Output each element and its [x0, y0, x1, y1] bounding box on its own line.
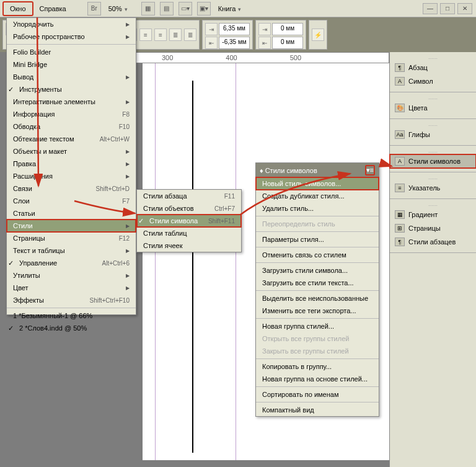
- menu-item[interactable]: СлоиF7: [7, 195, 136, 207]
- menu-item[interactable]: Стили ячеек: [137, 239, 241, 252]
- panel-grip[interactable]: ┄┄┄: [390, 123, 476, 128]
- menu-item[interactable]: Отменить связь со стилем: [256, 249, 379, 261]
- indent-right-input[interactable]: 0 мм: [272, 37, 303, 49]
- panel-tab[interactable]: AСтили символов: [390, 154, 476, 168]
- lightning-icon[interactable]: ⚡: [312, 29, 324, 41]
- menu-item[interactable]: Рабочее пространство▶: [7, 30, 136, 43]
- panel-tab[interactable]: ¶Стили абзацев: [390, 235, 476, 249]
- panel-grip[interactable]: ┄┄┄: [390, 176, 476, 181]
- menu-separator: [256, 262, 379, 263]
- menu-item[interactable]: Новая группа на основе стилей...: [256, 373, 379, 385]
- menu-item[interactable]: Вывод▶: [7, 71, 136, 83]
- indent-bottom-icon[interactable]: ⇤: [205, 37, 218, 49]
- maximize-icon[interactable]: □: [440, 3, 455, 14]
- panel-tab[interactable]: ▦Градиент: [390, 208, 476, 221]
- panel-icon: A: [395, 157, 405, 166]
- menu-item[interactable]: Утилиты▶: [7, 269, 136, 282]
- screen-mode-icon[interactable]: ▣▾: [197, 2, 211, 16]
- menu-item[interactable]: Загрузить стили символа...: [256, 264, 379, 277]
- menu-item[interactable]: Цвет▶: [7, 282, 136, 294]
- menu-item[interactable]: Объекты и макет▶: [7, 145, 136, 158]
- panel-group: ┄┄┄AСтили символов: [390, 146, 476, 172]
- right-panel-dock: ┄┄┄¶АбзацAСимвол┄┄┄🎨Цвета┄┄┄AaГлифы┄┄┄AС…: [389, 52, 476, 467]
- workspace-selector[interactable]: Книга: [213, 2, 247, 15]
- menu-item[interactable]: ✓УправлениеAlt+Ctrl+6: [7, 257, 136, 269]
- menu-item[interactable]: ✓2 *Слов4.indd @ 50%: [7, 322, 136, 334]
- panel-grip[interactable]: ┄┄┄: [390, 56, 476, 61]
- indent-right-icon[interactable]: ⇤: [258, 37, 271, 49]
- menu-help[interactable]: Справка: [33, 2, 73, 15]
- indent-top-icon[interactable]: ⇥: [205, 23, 218, 35]
- menu-item[interactable]: Стили▶: [7, 220, 136, 232]
- panel-tab[interactable]: ≡Указатель: [390, 181, 476, 195]
- justify-2-icon[interactable]: ≣: [184, 29, 196, 41]
- menu-item[interactable]: Обтекание текстомAlt+Ctrl+W: [7, 133, 136, 145]
- menu-item: Закрыть все группы стилей: [256, 345, 379, 357]
- menu-item[interactable]: Сортировать по именам: [256, 388, 379, 401]
- menu-item[interactable]: Компактный вид: [256, 404, 379, 416]
- panel-icon: Aa: [395, 130, 405, 139]
- menu-item[interactable]: Выделить все неиспользованные: [256, 292, 379, 305]
- align-right-icon[interactable]: ≡: [154, 29, 167, 41]
- justify-icon[interactable]: ≣: [169, 29, 182, 41]
- menu-item[interactable]: Копировать в группу...: [256, 360, 379, 373]
- menu-item[interactable]: Изменить все теги экспорта...: [256, 305, 379, 317]
- menu-item[interactable]: Удалить стиль...: [256, 202, 379, 215]
- arrange-icon[interactable]: ▭▾: [178, 2, 192, 16]
- menu-item[interactable]: Загрузить все стили текста...: [256, 277, 379, 289]
- panel-tab[interactable]: 🎨Цвета: [390, 101, 476, 115]
- menu-item[interactable]: ✓Стили символаShift+F11: [137, 215, 241, 227]
- align-center-icon[interactable]: ≡: [139, 29, 152, 41]
- menu-item[interactable]: 1 *Безымянный-1 @ 66%: [7, 309, 136, 322]
- menu-item[interactable]: Новый стиль символов...: [256, 177, 379, 190]
- panel-grip[interactable]: ┄┄┄: [390, 96, 476, 101]
- menu-item[interactable]: Новая группа стилей...: [256, 320, 379, 332]
- close-icon[interactable]: ✕: [457, 3, 472, 14]
- view-mode-1-icon[interactable]: ▦: [141, 2, 155, 16]
- menu-item[interactable]: ✓Инструменты: [7, 83, 136, 96]
- panel-tab[interactable]: AaГлифы: [390, 128, 476, 141]
- indent-left-icon[interactable]: ⇥: [258, 23, 271, 35]
- menu-item[interactable]: Параметры стиля...: [256, 233, 379, 246]
- ruler-tick: 400: [226, 54, 237, 61]
- menu-item[interactable]: Стили таблиц: [137, 227, 241, 239]
- spacing-after-input[interactable]: -6,35 мм: [219, 37, 250, 49]
- menu-item[interactable]: ОбводкаF10: [7, 120, 136, 133]
- view-mode-2-icon[interactable]: ▤: [160, 2, 174, 16]
- menu-item[interactable]: СтраницыF12: [7, 232, 136, 244]
- bridge-icon[interactable]: Br: [87, 2, 101, 16]
- spacing-before-input[interactable]: 6,35 мм: [219, 23, 250, 35]
- panel-icon: A: [395, 77, 405, 86]
- menu-separator: [256, 290, 379, 291]
- menu-item[interactable]: Статьи: [7, 207, 136, 220]
- minimize-icon[interactable]: —: [423, 3, 438, 14]
- panel-icon: ¶: [395, 238, 405, 246]
- menu-item[interactable]: Упорядочить▶: [7, 18, 136, 30]
- menu-item[interactable]: Интерактивные элементы▶: [7, 96, 136, 108]
- menu-window[interactable]: Окно: [2, 1, 33, 16]
- menu-item[interactable]: Расширения▶: [7, 170, 136, 182]
- menu-item[interactable]: ЭффектыShift+Ctrl+F10: [7, 294, 136, 306]
- panel-tab[interactable]: ⊞Страницы: [390, 221, 476, 235]
- menu-item[interactable]: ИнформацияF8: [7, 108, 136, 120]
- menu-separator: [256, 216, 379, 216]
- panel-tab[interactable]: AСимвол: [390, 74, 476, 88]
- menu-item[interactable]: Правка▶: [7, 158, 136, 170]
- menu-item[interactable]: Folio Builder: [7, 46, 136, 58]
- menu-item[interactable]: СвязиShift+Ctrl+D: [7, 182, 136, 195]
- menu-item[interactable]: Стили абзацаF11: [137, 190, 241, 202]
- panel-group: ┄┄┄AaГлифы: [390, 119, 476, 146]
- indent-left-input[interactable]: 0 мм: [272, 23, 303, 35]
- panel-group: ┄┄┄🎨Цвета: [390, 92, 476, 119]
- menu-item[interactable]: Стили объектовCtrl+F7: [137, 202, 241, 215]
- panel-tab[interactable]: ¶Абзац: [390, 61, 476, 74]
- menu-item[interactable]: Mini Bridge: [7, 58, 136, 71]
- panel-grip[interactable]: ┄┄┄: [390, 203, 476, 208]
- panel-grip[interactable]: ┄┄┄: [390, 149, 476, 154]
- menu-item[interactable]: Текст и таблицы▶: [7, 244, 136, 257]
- menubar: Окно Справка Br 50% ▦ ▤ ▭▾ ▣▾ Книга — □ …: [0, 0, 476, 17]
- menu-item[interactable]: Создать дубликат стиля...: [256, 190, 379, 202]
- panel-menu-button-highlight[interactable]: ▾≡: [365, 165, 375, 176]
- zoom-level[interactable]: 50%: [104, 2, 133, 15]
- panel-icon: ≡: [395, 184, 405, 192]
